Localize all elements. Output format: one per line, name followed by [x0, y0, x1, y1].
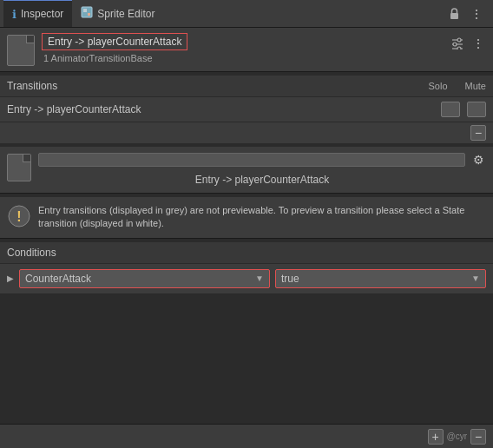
svg-text:!: !: [16, 209, 21, 224]
svg-rect-3: [450, 13, 458, 19]
tab-inspector[interactable]: ℹ Inspector: [3, 0, 72, 27]
transitions-label: Transitions: [7, 80, 57, 92]
conditions-header: Conditions: [0, 242, 493, 264]
transition-label: Entry -> playerCounterAttack: [7, 103, 434, 115]
expand-icon: ▶: [7, 273, 14, 283]
conditions-row: ▶ CounterAttack ▼ true ▼: [0, 264, 493, 293]
transitions-header: Transitions Solo Mute: [0, 76, 493, 97]
svg-rect-2: [88, 13, 90, 16]
warning-text: Entry transitions (displayed in grey) ar…: [38, 204, 486, 231]
inspector-tab-label: Inspector: [21, 8, 63, 20]
gear-icon[interactable]: ⚙: [470, 152, 486, 168]
mute-toggle[interactable]: [467, 102, 486, 117]
lock-icon[interactable]: [447, 6, 462, 22]
mute-label: Mute: [465, 81, 486, 91]
transitions-section: Transitions Solo Mute Entry -> playerCou…: [0, 76, 493, 143]
svg-point-7: [453, 43, 457, 46]
warning-section: ! Entry transitions (displayed in grey) …: [0, 197, 493, 239]
tab-bar-actions: ⋮: [447, 5, 490, 23]
preview-inner: ⚙ Entry -> playerCounterAttack: [38, 152, 486, 188]
sprite-editor-tab-label: Sprite Editor: [97, 8, 154, 20]
condition-name-dropdown[interactable]: CounterAttack ▼: [19, 269, 270, 288]
remove-condition-button[interactable]: −: [470, 429, 486, 445]
header-subtitle: 1 AnimatorTransitionBase: [42, 53, 443, 63]
conditions-section: Conditions ▶ CounterAttack ▼ true ▼: [0, 242, 493, 293]
minus-btn-row: −: [0, 122, 493, 143]
more-options-icon[interactable]: ⋮: [469, 5, 484, 23]
header-title-area: Entry -> playerCounterAttack 1 AnimatorT…: [42, 33, 443, 63]
preview-file-icon: [7, 154, 31, 181]
svg-point-9: [457, 47, 461, 49]
bottom-label: @cyr: [447, 432, 467, 441]
inspector-tab-icon: ℹ: [12, 8, 16, 21]
header-actions: ⋮: [450, 33, 486, 52]
preview-label: Entry -> playerCounterAttack: [38, 172, 486, 188]
preview-bar: [38, 153, 465, 167]
condition-name-value: CounterAttack: [25, 273, 91, 285]
solo-label: Solo: [429, 81, 448, 91]
sprite-editor-icon: [81, 6, 93, 21]
remove-transition-button[interactable]: −: [470, 125, 486, 141]
warning-icon: !: [7, 204, 31, 228]
add-condition-button[interactable]: +: [428, 429, 444, 445]
tab-bar: ℹ Inspector Sprite Editor ⋮: [0, 0, 493, 28]
file-icon: [7, 35, 35, 66]
adjust-icon[interactable]: [450, 36, 465, 51]
entry-title: Entry -> playerCounterAttack: [42, 33, 187, 50]
tab-sprite-editor[interactable]: Sprite Editor: [72, 0, 163, 27]
conditions-label: Conditions: [7, 247, 56, 259]
preview-section: ⚙ Entry -> playerCounterAttack: [0, 147, 493, 194]
preview-bar-row: ⚙: [38, 152, 486, 168]
condition-value-arrow: ▼: [471, 273, 480, 283]
condition-value-dropdown[interactable]: true ▼: [275, 269, 486, 288]
svg-rect-1: [83, 9, 87, 12]
solo-toggle[interactable]: [441, 102, 460, 117]
svg-point-5: [457, 38, 461, 42]
condition-name-arrow: ▼: [255, 273, 264, 283]
header-more-icon[interactable]: ⋮: [470, 35, 486, 52]
bottom-bar: + @cyr −: [0, 424, 493, 448]
header-section: Entry -> playerCounterAttack 1 AnimatorT…: [0, 28, 493, 72]
transition-row: Entry -> playerCounterAttack: [0, 97, 493, 122]
transitions-header-right: Solo Mute: [429, 81, 487, 91]
condition-value: true: [281, 273, 299, 285]
